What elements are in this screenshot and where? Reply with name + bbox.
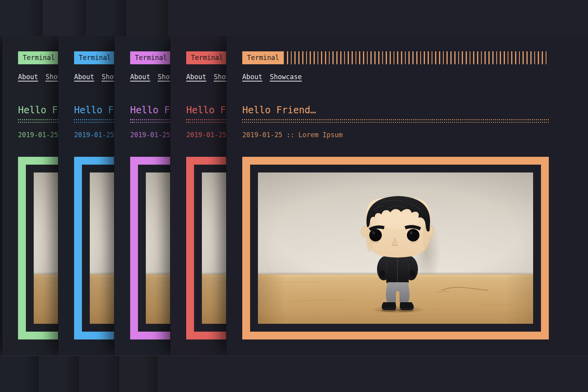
site-header: Terminal [242, 51, 549, 64]
terminal-logo-badge[interactable]: Terminal [74, 51, 116, 64]
nav-link-showcase[interactable]: Showcase [270, 73, 302, 81]
bottom-band [0, 356, 588, 392]
band-seam-shadow [28, 0, 43, 36]
terminal-logo-badge[interactable]: Terminal [18, 51, 60, 64]
band-seam-shadow [71, 0, 86, 36]
post-title[interactable]: Hello Friend… [242, 105, 549, 115]
site-nav: About Showcase [242, 73, 549, 81]
band-seam-line [120, 356, 120, 392]
band-seam-line [127, 0, 127, 36]
band-seam-line [43, 0, 44, 36]
terminal-logo-badge[interactable]: Terminal [242, 51, 284, 64]
band-seam-shadow [105, 356, 120, 392]
band-seam-line [169, 0, 169, 36]
band-seam-line [86, 0, 87, 36]
band-seam-shadow [112, 0, 127, 36]
band-seam-shadow [24, 356, 39, 392]
band-segment [158, 356, 588, 392]
post-meta: 2019-01-25 :: Lorem Ipsum [242, 132, 549, 138]
panels-row: Terminal About Showcase Hello Friend… 20… [0, 36, 588, 356]
terminal-logo-badge[interactable]: Terminal [186, 51, 228, 64]
top-band [0, 0, 588, 36]
title-dotted-divider [242, 119, 549, 123]
nav-link-about[interactable]: About [130, 73, 150, 81]
band-seam-shadow [143, 356, 158, 392]
panel-content: Terminal About Showcase Hello Friend… 20… [242, 51, 549, 339]
theme-gallery-montage: Terminal About Showcase Hello Friend… 20… [0, 0, 588, 392]
band-seam-shadow [154, 0, 169, 36]
band-seam-line [158, 356, 158, 392]
nav-link-about[interactable]: About [242, 73, 262, 81]
post-image-frame [242, 157, 549, 339]
band-seam-line [80, 356, 80, 392]
nav-link-about[interactable]: About [74, 73, 94, 81]
band-seam-shadow [65, 356, 80, 392]
header-stripes-decoration [287, 51, 549, 64]
terminal-logo-badge[interactable]: Terminal [130, 51, 172, 64]
nav-link-about[interactable]: About [186, 73, 206, 81]
funko-figure-photo [258, 172, 533, 324]
band-segment [169, 0, 588, 36]
theme-panel-orange: Terminal About Showcase Hello Friend… 20… [226, 36, 588, 356]
band-seam-line [39, 356, 40, 392]
nav-link-about[interactable]: About [18, 73, 38, 81]
